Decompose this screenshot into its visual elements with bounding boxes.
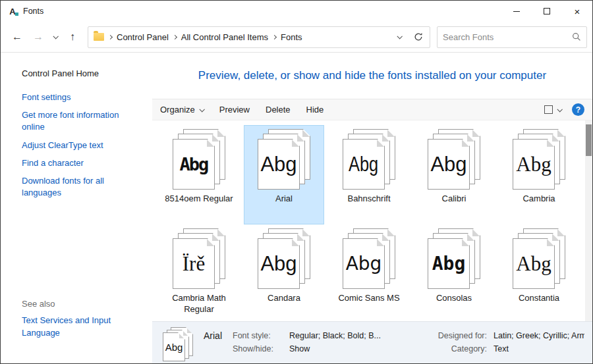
font-stack-icon: Ïrě: [173, 228, 225, 290]
font-name: Comic Sans MS: [338, 293, 399, 304]
font-name: Bahnschrift: [347, 194, 390, 205]
font-stack-icon: Abg: [428, 129, 480, 190]
fonts-folder-icon: [94, 33, 104, 41]
sidebar-item-font-settings[interactable]: Font settings: [22, 91, 132, 103]
hide-button[interactable]: Hide: [306, 105, 324, 115]
category-label: Category:: [418, 344, 487, 353]
sidebar-item-get-more-font-information[interactable]: Get more font information online: [22, 109, 132, 133]
font-stack-icon: Abg: [428, 228, 480, 290]
sidebar-item-control-panel-home[interactable]: Control Panel Home: [22, 68, 140, 78]
sidebar: Control Panel Home Font settings Get mor…: [1, 53, 152, 363]
sidebar-item-adjust-cleartype[interactable]: Adjust ClearType text: [22, 140, 132, 151]
breadcrumb-separator-icon: [272, 34, 277, 39]
chevron-down-icon: [397, 34, 402, 39]
refresh-button[interactable]: [411, 28, 426, 46]
back-button[interactable]: ←: [7, 27, 27, 47]
font-tile[interactable]: Abg Bahnschrift: [329, 125, 409, 224]
font-tile[interactable]: Abg Calibri: [414, 125, 494, 224]
page-sheet: Abg: [513, 238, 555, 289]
maximize-icon: [544, 8, 550, 14]
font-tile[interactable]: Abg Cambria: [499, 125, 579, 224]
selected-font-name: Arial: [204, 327, 222, 341]
delete-button[interactable]: Delete: [266, 105, 291, 115]
font-name: Candara: [268, 293, 300, 304]
up-button[interactable]: ↑: [63, 27, 82, 47]
font-stack-icon: Abg: [513, 129, 565, 190]
navigation-bar: ← → ↑ Control Panel All Control Panel It…: [1, 22, 592, 53]
category-value: Text: [494, 344, 584, 353]
page-sheet: Abg: [173, 139, 215, 190]
chevron-down-icon: [53, 34, 58, 39]
show-hide-label: Show/hide:: [233, 344, 283, 353]
sidebar-item-text-services[interactable]: Text Services and Input Language: [22, 315, 132, 338]
page-sheet: Abg: [513, 139, 555, 190]
heading-row: Preview, delete, or show and hide the fo…: [152, 53, 592, 99]
font-tile[interactable]: Abg Candara: [244, 224, 324, 321]
vertical-scrollbar[interactable]: [585, 120, 592, 321]
font-stack-icon: Abg: [258, 228, 310, 290]
font-preview-glyph: Abg: [432, 255, 466, 273]
details-pane: Abg Arial Font style: Regular; Black; Bo…: [152, 321, 592, 363]
sidebar-item-find-a-character[interactable]: Find a character: [22, 157, 132, 169]
font-stack-icon: Abg: [513, 228, 565, 290]
font-tile[interactable]: Abg Consolas: [414, 224, 494, 321]
page-sheet: Abg: [343, 139, 385, 190]
breadcrumb-all-control-panel-items[interactable]: All Control Panel Items: [181, 32, 268, 42]
change-view-button[interactable]: [544, 105, 561, 114]
font-tile[interactable]: Abg Comic Sans MS: [329, 224, 409, 321]
font-tile[interactable]: Abg 8514oem Regular: [159, 125, 239, 224]
breadcrumb-separator-icon: [108, 34, 113, 39]
recent-locations-chevron[interactable]: [49, 27, 61, 47]
help-button[interactable]: ?: [572, 103, 584, 116]
font-stack-icon: Abg: [343, 129, 395, 190]
see-also-heading: See also: [22, 299, 140, 309]
window-title: Fonts: [23, 7, 43, 16]
font-name: 8514oem Regular: [165, 194, 233, 205]
organize-button[interactable]: Organize: [160, 105, 204, 115]
font-preview-glyph: Abg: [516, 253, 551, 274]
page-sheet: Ïrě: [173, 238, 215, 289]
selected-font-stack-icon: Abg: [163, 327, 193, 361]
font-name: Cambria: [522, 194, 555, 205]
font-preview-glyph: Abg: [349, 154, 378, 174]
font-name: Calibri: [442, 194, 466, 205]
designed-for-label: Designed for:: [418, 331, 487, 340]
font-preview-glyph: Abg: [165, 342, 183, 352]
font-preview-glyph: Abg: [260, 154, 296, 174]
close-button[interactable]: ×: [562, 1, 592, 22]
maximize-button[interactable]: [532, 1, 562, 22]
font-grid: Abg 8514oem Regular Abg Arial Abg Bahnsc…: [152, 120, 592, 321]
address-bar[interactable]: Control Panel All Control Panel Items Fo…: [88, 26, 430, 48]
font-list-area: Abg 8514oem Regular Abg Arial Abg Bahnsc…: [152, 120, 592, 321]
search-box[interactable]: [437, 26, 587, 48]
breadcrumb-fonts[interactable]: Fonts: [281, 32, 302, 42]
font-preview-glyph: Abg: [516, 154, 551, 174]
font-tile[interactable]: Abg Constantia: [499, 224, 579, 321]
font-tile[interactable]: Ïrě Cambria Math Regular: [159, 224, 239, 321]
page-title: Preview, delete, or show and hide the fo…: [198, 69, 546, 82]
window-body: Control Panel Home Font settings Get mor…: [1, 53, 592, 363]
font-name: Arial: [275, 194, 293, 205]
chevron-down-icon: [557, 107, 562, 112]
page-sheet: Abg: [428, 238, 470, 289]
preview-button[interactable]: Preview: [219, 105, 250, 115]
font-preview-glyph: Ïrě: [183, 253, 205, 274]
font-tile[interactable]: Abg Arial: [244, 125, 324, 224]
search-input[interactable]: [443, 32, 568, 42]
page-sheet: Abg: [258, 139, 300, 190]
minimize-button[interactable]: [501, 1, 532, 22]
forward-button[interactable]: →: [28, 27, 48, 47]
address-dropdown-button[interactable]: [392, 28, 407, 46]
page-sheet: Abg: [428, 139, 470, 190]
font-name: Constantia: [519, 293, 559, 304]
font-preview-glyph: Abg: [180, 155, 208, 173]
toolbar-right-group: ?: [544, 103, 584, 116]
main-content: Preview, delete, or show and hide the fo…: [152, 53, 592, 363]
sidebar-item-download-fonts[interactable]: Download fonts for all languages: [22, 175, 132, 199]
scrollbar-thumb[interactable]: [586, 124, 592, 156]
breadcrumb-control-panel[interactable]: Control Panel: [117, 32, 169, 42]
designed-for-value: Latin; Greek; Cyrillic; Armenian; Heb...: [494, 331, 584, 340]
font-name: Cambria Math Regular: [161, 293, 237, 315]
show-hide-value: Show: [289, 344, 412, 353]
toolbar: Organize Preview Delete Hide ?: [152, 99, 592, 120]
